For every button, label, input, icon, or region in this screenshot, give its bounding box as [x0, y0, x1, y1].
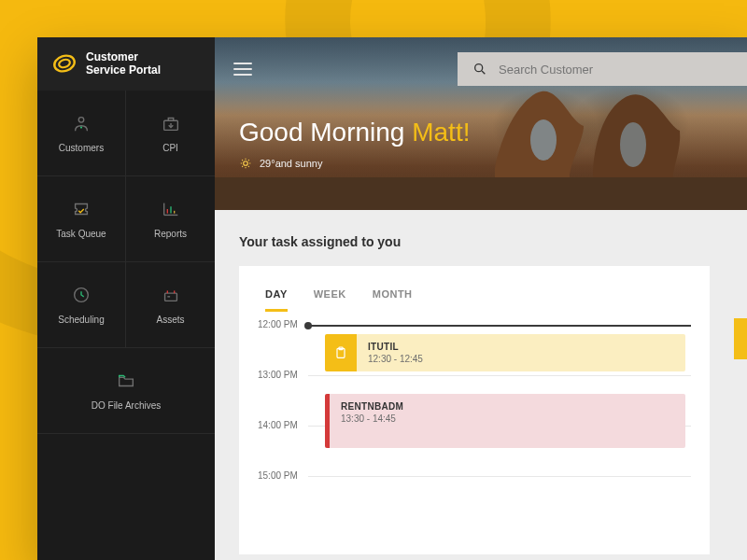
- person-icon: [71, 113, 92, 133]
- clock-icon: [71, 285, 92, 305]
- search-icon: [472, 62, 487, 77]
- brand-logo-icon: [52, 51, 77, 76]
- sun-icon: [239, 157, 252, 170]
- svg-point-2: [78, 117, 84, 121]
- tab-day[interactable]: DAY: [265, 283, 288, 312]
- menu-toggle-button[interactable]: [233, 63, 252, 76]
- time-slot: 15:00 PM: [258, 476, 691, 526]
- tab-week[interactable]: WEEK: [314, 283, 346, 312]
- bar-chart-icon: [161, 199, 181, 219]
- event-itutil[interactable]: ITUTIL 12:30 - 12:45: [325, 334, 685, 371]
- svg-rect-6: [164, 293, 176, 301]
- svg-point-0: [52, 53, 77, 74]
- weather: 29°and sunny: [239, 157, 747, 170]
- event-time: 13:30 - 14:45: [341, 413, 674, 424]
- folder-icon: [116, 371, 136, 391]
- nav-customers[interactable]: Customers: [37, 91, 126, 176]
- time-rule: [308, 476, 691, 477]
- nav-archives[interactable]: DO File Archives: [37, 348, 215, 434]
- ticket-icon: [71, 199, 92, 219]
- time-label: 14:00 PM: [258, 420, 298, 430]
- time-rule: [308, 375, 691, 376]
- nav-reports[interactable]: Reports: [126, 176, 215, 262]
- event-body: ITUTIL 12:30 - 12:45: [357, 334, 685, 371]
- brand: Customer Service Portal: [37, 37, 215, 91]
- event-title: RENTNBADM: [341, 401, 674, 412]
- nav-task-queue[interactable]: Task Queue: [37, 176, 126, 262]
- topbar: [215, 37, 747, 86]
- event-rentnbadm[interactable]: RENTNBADM 13:30 - 14:45: [325, 394, 685, 448]
- accent-strip: [734, 318, 747, 359]
- svg-point-10: [475, 64, 483, 72]
- weather-text: 29°and sunny: [260, 158, 322, 169]
- sidebar: Customer Service Portal Customers CPI: [37, 37, 215, 560]
- inbox-icon: [161, 113, 181, 133]
- brand-title: Customer Service Portal: [86, 50, 161, 77]
- time-label: 15:00 PM: [258, 470, 298, 481]
- tasks-panel: DAY WEEK MONTH 12:00 PM 13:00 PM 14:00 P…: [239, 266, 710, 554]
- clipboard-icon: [325, 334, 357, 371]
- time-rule: [308, 325, 691, 327]
- section-title: Your task assigned to you: [239, 234, 747, 249]
- app-window: Customer Service Portal Customers CPI: [37, 37, 747, 560]
- event-time: 12:30 - 12:45: [368, 354, 674, 364]
- server-icon: [161, 285, 181, 305]
- event-body: RENTNBADM 13:30 - 14:45: [330, 394, 685, 448]
- main: Good Morning Matt! 29°and sunny Your tas…: [215, 37, 747, 560]
- nav-label: Task Queue: [56, 229, 106, 239]
- svg-point-1: [58, 59, 71, 69]
- nav-label: Reports: [154, 229, 187, 239]
- nav-label: CPI: [162, 143, 178, 153]
- nav-assets[interactable]: Assets: [126, 262, 215, 348]
- greeting-title: Good Morning Matt!: [239, 118, 747, 147]
- timeline: 12:00 PM 13:00 PM 14:00 PM 15:00 PM: [258, 325, 691, 526]
- nav-label: DO File Archives: [92, 400, 161, 411]
- content: Your task assigned to you DAY WEEK MONTH…: [215, 210, 747, 554]
- primary-nav: Customers CPI Task Queue Reports: [37, 91, 215, 434]
- nav-label: Assets: [156, 315, 184, 325]
- svg-point-11: [244, 161, 248, 166]
- hero: Good Morning Matt! 29°and sunny: [215, 37, 747, 210]
- search[interactable]: [458, 52, 747, 86]
- tab-month[interactable]: MONTH: [373, 283, 413, 312]
- nav-scheduling[interactable]: Scheduling: [37, 262, 126, 348]
- svg-point-3: [80, 126, 82, 128]
- time-label: 12:00 PM: [258, 319, 298, 329]
- event-title: ITUTIL: [368, 342, 674, 352]
- svg-rect-9: [215, 177, 747, 210]
- nav-cpi[interactable]: CPI: [126, 91, 215, 176]
- nav-label: Scheduling: [58, 315, 104, 325]
- search-input[interactable]: [499, 63, 732, 77]
- nav-label: Customers: [59, 143, 104, 153]
- time-label: 13:00 PM: [258, 370, 298, 380]
- greeting: Good Morning Matt! 29°and sunny: [215, 86, 747, 170]
- range-tabs: DAY WEEK MONTH: [258, 283, 691, 312]
